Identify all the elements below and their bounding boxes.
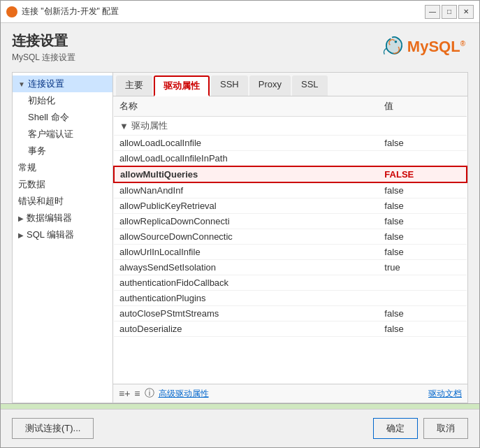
col-name-header: 名称 [114, 96, 379, 117]
title-bar-controls: — □ ✕ [425, 5, 474, 19]
green-status-bar [1, 403, 479, 409]
prop-name: autoDeserialize [114, 321, 379, 337]
tab-ssh[interactable]: SSH [211, 75, 248, 96]
prop-name: autoClosePStmtStreams [114, 306, 379, 321]
sidebar-item-shell[interactable]: Shell 命令 [13, 109, 112, 126]
sidebar-item-error-timeout[interactable]: 错误和超时 [13, 193, 112, 210]
prop-value: false [379, 198, 467, 214]
mysql-text: MySQL® [407, 38, 465, 56]
tab-main[interactable]: 主要 [116, 75, 152, 96]
svg-point-0 [394, 41, 397, 43]
prop-value: false [379, 229, 467, 245]
right-panel: 主要 驱动属性 SSH Proxy SSL 名称 值 [113, 72, 468, 403]
prop-name-highlight: allowMultiQueries [114, 166, 379, 182]
header-row: 连接设置 MySQL 连接设置 MySQL® [12, 31, 468, 72]
tab-proxy[interactable]: Proxy [249, 75, 291, 96]
table-row[interactable]: allowReplicaDownConnecti false [114, 214, 467, 229]
confirm-cancel-group: 确定 取消 [373, 418, 468, 439]
main-content: ▼ 连接设置 初始化 Shell 命令 客户端认证 事务 常规 [12, 72, 468, 403]
chevron-section-icon: ▼ [119, 121, 129, 131]
action-bar: 测试连接(T)... 确定 取消 [1, 409, 479, 447]
mysql-dolphin-icon [379, 34, 405, 59]
table-row[interactable]: allowLoadLocalInfileInPath [114, 151, 467, 167]
prop-value: false [379, 182, 467, 198]
prop-name: allowLoadLocalInfileInPath [114, 151, 379, 167]
header-info: 连接设置 MySQL 连接设置 [12, 31, 379, 72]
col-value-header: 值 [379, 96, 467, 117]
prop-value: false [379, 306, 467, 321]
prop-name: allowUrlInLocalInfile [114, 245, 379, 260]
table-row[interactable]: allowPublicKeyRetrieval false [114, 198, 467, 214]
main-window: 连接 "创新活力-开发" 配置 — □ ✕ 连接设置 MySQL 连接设置 [0, 0, 480, 448]
tab-driver[interactable]: 驱动属性 [154, 75, 210, 96]
sidebar-item-service[interactable]: 事务 [13, 143, 112, 159]
prop-value: false [379, 136, 467, 151]
prop-name: authenticationFidoCallback [114, 275, 379, 291]
sidebar-item-data-editor[interactable]: ▶ 数据编辑器 [13, 210, 112, 226]
table-row[interactable]: allowSourceDownConnectic false [114, 229, 467, 245]
add-row-icon[interactable]: ≡+ [119, 388, 130, 399]
section-label-text: 驱动属性 [131, 120, 168, 132]
close-button[interactable]: ✕ [458, 5, 474, 19]
title-bar: 连接 "创新活力-开发" 配置 — □ ✕ [1, 1, 479, 23]
prop-name: allowPublicKeyRetrieval [114, 198, 379, 214]
table-row-highlighted[interactable]: allowMultiQueries FALSE [114, 166, 467, 182]
mysql-logo: MySQL® [379, 34, 465, 59]
table-row[interactable]: allowLoadLocalInfile false [114, 136, 467, 151]
table-header: 名称 值 [114, 96, 467, 117]
chevron-down-icon: ▼ [18, 80, 25, 88]
table-body: ▼ 驱动属性 allowLoadLocalInfile false al [114, 117, 467, 337]
tab-ssl[interactable]: SSL [292, 75, 328, 96]
properties-table-container[interactable]: 名称 值 ▼ 驱动属性 [113, 96, 467, 384]
prop-value [379, 151, 467, 167]
sidebar-item-sql-editor[interactable]: ▶ SQL 编辑器 [13, 226, 112, 243]
prop-value: false [379, 245, 467, 260]
sidebar-item-metadata[interactable]: 元数据 [13, 176, 112, 193]
prop-value: true [379, 260, 467, 275]
prop-name: allowSourceDownConnectic [114, 229, 379, 245]
sidebar-item-client-auth[interactable]: 客户端认证 [13, 126, 112, 143]
sidebar-item-init[interactable]: 初始化 [13, 92, 112, 109]
cancel-button[interactable]: 取消 [423, 418, 468, 439]
list-icon[interactable]: ≡ [134, 388, 140, 399]
table-row[interactable]: authenticationPlugins [114, 291, 467, 306]
window-subtitle: MySQL 连接设置 [12, 52, 379, 64]
title-bar-text: 连接 "创新活力-开发" 配置 [22, 6, 425, 17]
prop-value [379, 291, 467, 306]
info-icon: ⓘ [145, 387, 154, 400]
table-row[interactable]: autoDeserialize false [114, 321, 467, 337]
prop-name: allowNanAndInf [114, 182, 379, 198]
test-connection-button[interactable]: 测试连接(T)... [12, 418, 94, 439]
advanced-properties-link[interactable]: 高级驱动属性 [159, 388, 209, 400]
app-icon [6, 6, 17, 17]
table-footer: ≡+ ≡ ⓘ 高级驱动属性 驱动文档 [113, 384, 467, 403]
maximize-button[interactable]: □ [442, 5, 457, 19]
prop-value [379, 275, 467, 291]
chevron-right-icon-2: ▶ [18, 231, 24, 239]
prop-name: allowLoadLocalInfile [114, 136, 379, 151]
prop-value: false [379, 321, 467, 337]
window-body: 连接设置 MySQL 连接设置 MySQL® [1, 23, 479, 403]
footer-left: ≡+ ≡ ⓘ 高级驱动属性 [119, 387, 209, 400]
prop-value-highlight: FALSE [379, 166, 467, 182]
driver-doc-link[interactable]: 驱动文档 [428, 388, 462, 400]
prop-name: allowReplicaDownConnecti [114, 214, 379, 229]
prop-name: authenticationPlugins [114, 291, 379, 306]
properties-table: 名称 值 ▼ 驱动属性 [113, 96, 467, 337]
tabs-bar: 主要 驱动属性 SSH Proxy SSL [113, 73, 467, 96]
table-row[interactable]: alwaysSendSetIsolation true [114, 260, 467, 275]
prop-name: alwaysSendSetIsolation [114, 260, 379, 275]
sidebar-item-connection[interactable]: ▼ 连接设置 [13, 75, 112, 92]
table-row[interactable]: allowNanAndInf false [114, 182, 467, 198]
prop-value: false [379, 214, 467, 229]
section-row-driver: ▼ 驱动属性 [114, 117, 467, 136]
minimize-button[interactable]: — [425, 5, 440, 19]
sidebar-item-general[interactable]: 常规 [13, 159, 112, 176]
chevron-right-icon: ▶ [18, 215, 24, 222]
table-row[interactable]: authenticationFidoCallback [114, 275, 467, 291]
table-row[interactable]: allowUrlInLocalInfile false [114, 245, 467, 260]
sidebar: ▼ 连接设置 初始化 Shell 命令 客户端认证 事务 常规 [12, 72, 113, 403]
confirm-button[interactable]: 确定 [373, 418, 418, 439]
window-title: 连接设置 [12, 31, 379, 50]
table-row[interactable]: autoClosePStmtStreams false [114, 306, 467, 321]
